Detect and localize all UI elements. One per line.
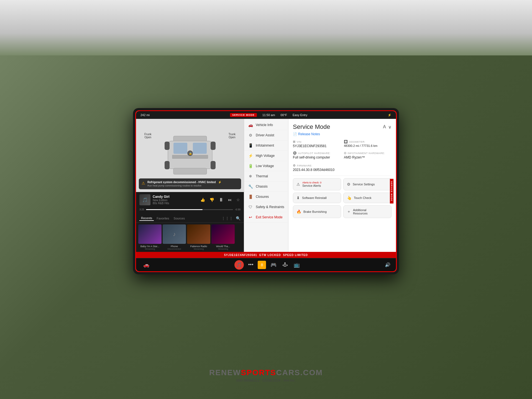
range-display: 242 mi xyxy=(140,113,150,117)
album-title-1: Baby I'm A Star... xyxy=(138,245,162,248)
media-icon: 🎵 xyxy=(236,262,242,267)
chevron-down-button[interactable]: ∨ xyxy=(388,124,392,130)
service-alerts-button[interactable]: ⚠ Alerts to check: 0 Service Alerts xyxy=(293,178,341,190)
infotainment-icon: 📱 xyxy=(248,143,253,148)
nav-item-driver-assist[interactable]: ⚙ Driver Assist xyxy=(244,130,288,140)
svg-rect-3 xyxy=(193,143,207,154)
nav-label-closures: Closures xyxy=(256,195,269,199)
time-remaining: -0:30 xyxy=(235,208,241,211)
service-alerts-label: Service Alerts xyxy=(302,184,321,187)
pause-button[interactable]: ⏸ xyxy=(218,196,224,203)
svg-rect-8 xyxy=(165,161,170,169)
vin-label: ⊞ VIN: xyxy=(293,140,341,144)
watermark-renew: RENEW xyxy=(209,368,241,377)
odometer-value: 48300.2 mi / 77731.6 km xyxy=(344,144,392,147)
thumbs-down-button[interactable]: 👎 xyxy=(209,197,215,203)
watermark-sports: SPORTS xyxy=(241,368,276,377)
nav-item-vehicle-info[interactable]: 🚗 Vehicle Info xyxy=(244,120,288,130)
album-art-1 xyxy=(138,224,162,244)
firmware-label: ⚙ Firmware: xyxy=(293,164,392,167)
album-status-3: Streaming xyxy=(187,248,210,250)
brake-burnishing-button[interactable]: 🔥 Brake Burnishing xyxy=(293,205,341,218)
svg-rect-7 xyxy=(211,142,216,150)
player-controls: 👍 👎 ⏸ ⏭ ☆ xyxy=(200,196,241,203)
screen-button[interactable]: 📺 xyxy=(292,261,301,269)
list-item[interactable]: Would Tha... Streaming xyxy=(211,224,235,250)
nav-item-low-voltage[interactable]: 🔋 Low Voltage xyxy=(244,161,288,171)
svg-rect-0 xyxy=(173,136,207,142)
apps-button[interactable]: 🎮 xyxy=(269,261,278,269)
progress-track[interactable] xyxy=(146,209,233,210)
bolt-icon: ⚡ xyxy=(218,181,221,184)
additional-resources-button[interactable]: ＋ AdditionalResources xyxy=(343,205,392,218)
list-item[interactable]: Baby I'm A Star... Streaming xyxy=(138,224,162,250)
closures-icon: 🚪 xyxy=(248,195,253,199)
software-reinstall-button[interactable]: ⬇ Software Reinstall xyxy=(293,193,341,203)
nav-label-safety: Safety & Restraints xyxy=(256,205,284,209)
release-notes-link[interactable]: 📄 Release Notes xyxy=(293,132,392,136)
autopilot-icon: 🔘 xyxy=(293,151,297,155)
tab-recents[interactable]: Recents xyxy=(139,216,154,221)
infotainment-hw-item: ⊙ Infotainment Hardware: AMD Ryzen™ xyxy=(344,151,392,159)
driver-assist-icon: ⚙ xyxy=(248,133,253,137)
track-name: Candy Girl xyxy=(153,195,198,199)
search-icon[interactable]: 🔍 xyxy=(236,216,241,221)
easy-entry-label: Easy Entry xyxy=(293,113,307,117)
nav-item-exit-service[interactable]: ↩ Exit Service Mode xyxy=(244,212,288,222)
release-notes-text: Release Notes xyxy=(298,132,320,136)
exit-icon: ↩ xyxy=(248,215,253,219)
list-item[interactable]: ♪ Phone Disconnected xyxy=(163,224,186,250)
firmware-value: 2023.44.30.8 06f534d46010 xyxy=(293,168,392,172)
album-title-2: Phone xyxy=(163,245,186,248)
nav-item-infotainment[interactable]: 📱 Infotainment xyxy=(244,140,288,151)
next-button[interactable]: ⏭ xyxy=(227,197,232,203)
time-elapsed: 3:25 xyxy=(139,208,144,211)
tab-favorites[interactable]: Favorites xyxy=(155,216,171,221)
thumbs-up-button[interactable]: 👍 xyxy=(200,197,206,203)
list-item[interactable]: Patience Radio Streaming xyxy=(187,224,210,250)
equalizer-icon[interactable]: ⋮⋮⋮ xyxy=(221,216,233,221)
service-mode-badge: SERVICE MODE xyxy=(230,113,257,117)
autopilot-label: 🔘 Autopilot Hardware: xyxy=(293,151,341,155)
language-button[interactable]: A xyxy=(383,124,386,129)
volume-icon: 🔊 xyxy=(385,262,390,267)
touch-icon: 👆 xyxy=(347,196,352,200)
settings-icon: ⚙ xyxy=(347,182,351,186)
tab-sources[interactable]: Sources xyxy=(172,216,186,221)
alerts-icon: ⚠ xyxy=(296,182,300,186)
touch-check-button[interactable]: 👆 Touch Check xyxy=(343,193,392,203)
now-playing-row: 🎵 Candy Girl New Edition 80s R&B Hits 👍 … xyxy=(139,194,241,205)
svg-rect-6 xyxy=(165,142,170,150)
joystick-button[interactable]: 🕹 xyxy=(281,261,289,269)
nav-item-chassis[interactable]: 🔧 Chassis xyxy=(244,181,288,192)
service-settings-button[interactable]: ⚙ Service Settings xyxy=(343,178,392,190)
watermark-cars: CARS.COM xyxy=(276,368,323,377)
tablet-device: SERVICE MODE SERVICE MODE 242 mi SERVICE… xyxy=(133,108,399,274)
safety-icon: 🛡 xyxy=(248,205,253,209)
calendar-button[interactable]: 8 xyxy=(258,261,266,269)
service-mode-right-label: SERVICE MODE xyxy=(390,179,393,203)
service-header: Service Mode A ∨ xyxy=(293,123,392,131)
media-player-button[interactable]: 🎵 xyxy=(234,260,244,270)
car-home-button[interactable]: 🚗 xyxy=(142,261,151,269)
progress-fill xyxy=(146,209,203,210)
nav-item-high-voltage[interactable]: ⚡ High Voltage xyxy=(244,151,288,161)
action-buttons-grid: ⚠ Alerts to check: 0 Service Alerts ⚙ Se… xyxy=(293,178,392,218)
status-bar: 242 mi SERVICE MODE 11:50 am 00°F Easy E… xyxy=(136,111,396,119)
autopilot-value: Full self-driving computer xyxy=(293,155,341,159)
progress-bar-container: 3:25 -0:30 xyxy=(139,207,241,212)
watermark-sub: 000-38698311 · 02/08/2024 · IAA Inc. xyxy=(209,378,323,382)
nav-item-safety[interactable]: 🛡 Safety & Restraints xyxy=(244,202,288,212)
album-status-2: Disconnected xyxy=(163,248,186,250)
calendar-icon: 8 xyxy=(261,263,263,267)
trunk-label: TrunkOpen xyxy=(229,133,236,139)
nav-label-high-voltage: High Voltage xyxy=(256,154,275,158)
nav-item-thermal[interactable]: ❄ Thermal xyxy=(244,171,288,181)
nav-item-closures[interactable]: 🚪 Closures xyxy=(244,192,288,202)
high-voltage-icon: ⚡ xyxy=(248,154,253,158)
album-art-3 xyxy=(187,224,210,244)
touch-check-label: Touch Check xyxy=(354,196,372,200)
car-icon: 🚗 xyxy=(248,123,253,127)
dots-menu-button[interactable]: ••• xyxy=(247,261,255,269)
favorite-button[interactable]: ☆ xyxy=(236,197,241,203)
